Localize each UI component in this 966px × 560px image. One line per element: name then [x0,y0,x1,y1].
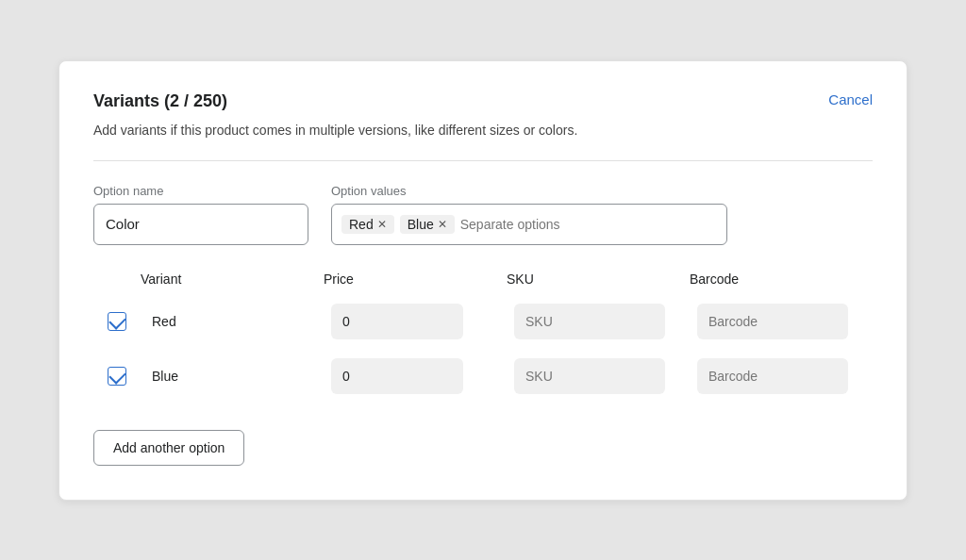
row-blue-checkbox-cell [93,367,141,386]
option-name-group: Option name [93,184,308,245]
variants-modal: Variants (2 / 250) Cancel Add variants i… [58,60,908,501]
row-blue-price-input[interactable] [331,358,463,394]
table-header-row: Variant Price SKU Barcode [93,272,873,294]
row-red-price-cell [331,304,507,339]
tag-blue: Blue ✕ [400,215,455,234]
col-header-price: Price [324,272,507,287]
option-name-input[interactable] [93,204,308,245]
tag-red-label: Red [349,217,374,232]
cancel-button[interactable]: Cancel [828,91,873,107]
option-name-label: Option name [93,184,308,198]
row-red-sku-input[interactable] [514,304,665,339]
row-blue-barcode-input[interactable] [697,358,848,394]
row-red-name: Red [148,314,324,329]
row-blue-name: Blue [148,369,324,384]
row-blue-checkbox[interactable] [108,367,126,386]
row-red-sku-cell [514,304,690,339]
option-fields-row: Option name Option values Red ✕ Blue ✕ [93,184,873,245]
tag-red-remove[interactable]: ✕ [377,218,387,231]
row-red-price-input[interactable] [331,304,463,339]
add-another-option-button[interactable]: Add another option [93,430,244,466]
tag-red: Red ✕ [341,215,394,234]
tag-blue-remove[interactable]: ✕ [438,218,447,231]
section-divider [93,160,873,161]
modal-description: Add variants if this product comes in mu… [93,123,873,138]
row-red-checkbox-cell [93,312,141,331]
row-red-barcode-cell [697,304,873,339]
row-blue-sku-cell [514,358,690,394]
tag-blue-label: Blue [408,217,434,232]
option-values-input[interactable] [460,217,717,232]
option-values-group: Option values Red ✕ Blue ✕ [331,184,727,245]
modal-title: Variants (2 / 250) [93,91,227,111]
row-blue-sku-input[interactable] [514,358,665,394]
col-header-variant: Variant [141,272,324,287]
table-row: Red [93,294,873,349]
row-blue-price-cell [331,358,507,394]
variants-table: Variant Price SKU Barcode Red [93,272,873,404]
modal-header: Variants (2 / 250) Cancel [93,91,873,111]
row-blue-barcode-cell [697,358,873,394]
option-values-field[interactable]: Red ✕ Blue ✕ [331,204,727,245]
col-header-barcode: Barcode [690,272,873,287]
row-red-checkbox[interactable] [108,312,126,331]
row-red-barcode-input[interactable] [697,304,848,339]
col-header-sku: SKU [507,272,690,287]
option-values-label: Option values [331,184,727,198]
table-row: Blue [93,349,873,404]
